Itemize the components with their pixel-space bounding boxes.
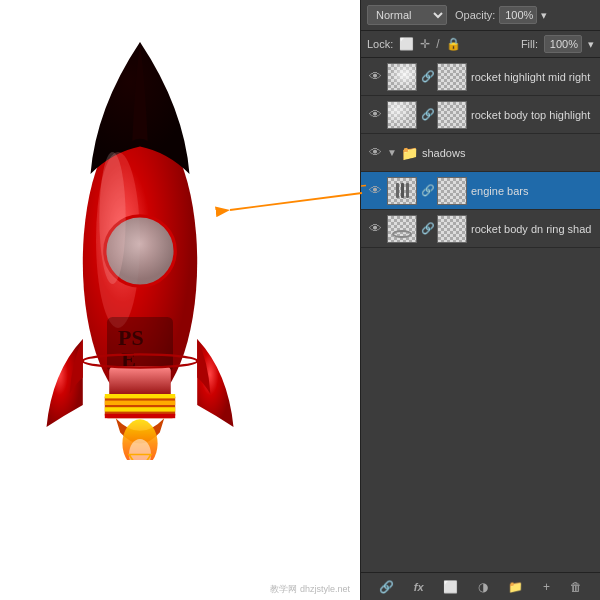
layer-row-shadows-group[interactable]: 👁 ▼ 📁 shadows xyxy=(361,134,600,172)
svg-rect-12 xyxy=(105,414,175,418)
lock-position-icon[interactable]: ✛ xyxy=(420,37,430,51)
watermark: 教学网 dhzjstyle.net xyxy=(270,583,350,596)
layer-thumbnail xyxy=(387,63,417,91)
blend-mode-select[interactable]: Normal xyxy=(367,5,447,25)
lock-all-icon[interactable]: 🔒 xyxy=(446,37,461,51)
layer-row-ring-shadow[interactable]: 👁 🔗 rocket body dn ring shad xyxy=(361,210,600,248)
fx-icon[interactable]: fx xyxy=(414,581,424,593)
opacity-label: Opacity: xyxy=(455,9,495,21)
visibility-eye-icon-3[interactable]: 👁 xyxy=(367,145,383,160)
layer-row-highlight-mid[interactable]: 👁 🔗 rocket highlight mid right xyxy=(361,58,600,96)
visibility-eye-icon[interactable]: 👁 xyxy=(367,69,383,84)
layer-name-body-highlight: rocket body top highlight xyxy=(471,109,594,121)
layer-row-body-highlight[interactable]: 👁 🔗 rocket body top highlight xyxy=(361,96,600,134)
fill-unit: ▾ xyxy=(588,38,594,51)
layers-panel: Normal Opacity: ▾ Lock: ⬜ ✛ / 🔒 Fill: ▾ … xyxy=(360,0,600,600)
layer-thumbnail-2 xyxy=(387,101,417,129)
visibility-eye-icon-2[interactable]: 👁 xyxy=(367,107,383,122)
layer-thumbnail-3 xyxy=(387,177,417,205)
expand-triangle-icon[interactable]: ▼ xyxy=(387,147,397,158)
lock-label: Lock: xyxy=(367,38,393,50)
lock-pixels-icon[interactable]: ⬜ xyxy=(399,37,414,51)
group-folder-icon: 📁 xyxy=(401,145,418,161)
layer-name-shadows: shadows xyxy=(422,147,594,159)
layer-panel-toolbar: 🔗 fx ⬜ ◑ 📁 + 🗑 xyxy=(361,572,600,600)
layer-mask-thumbnail-4 xyxy=(437,215,467,243)
lock-bar: Lock: ⬜ ✛ / 🔒 Fill: ▾ xyxy=(361,31,600,58)
new-group-icon[interactable]: 📁 xyxy=(508,580,523,594)
fill-label: Fill: xyxy=(521,38,538,50)
link-chain-icon: 🔗 xyxy=(421,70,433,83)
link-chain-icon-2: 🔗 xyxy=(421,108,433,121)
svg-rect-9 xyxy=(105,394,175,398)
opacity-unit: ▾ xyxy=(541,9,547,22)
link-chain-icon-4: 🔗 xyxy=(421,222,433,235)
rocket-illustration: PS E xyxy=(30,20,310,580)
svg-rect-11 xyxy=(105,407,175,411)
blend-mode-bar: Normal Opacity: ▾ xyxy=(361,0,600,31)
delete-layer-icon[interactable]: 🗑 xyxy=(570,580,582,594)
layer-thumbnail-4 xyxy=(387,215,417,243)
new-layer-icon[interactable]: + xyxy=(543,580,550,594)
visibility-eye-icon-4[interactable]: 👁 xyxy=(367,183,383,198)
lock-gradient-icon[interactable]: / xyxy=(436,37,439,51)
add-mask-icon[interactable]: ⬜ xyxy=(443,580,458,594)
svg-rect-10 xyxy=(105,401,175,405)
opacity-input[interactable] xyxy=(499,6,537,24)
layer-mask-thumbnail-3 xyxy=(437,177,467,205)
visibility-eye-icon-5[interactable]: 👁 xyxy=(367,221,383,236)
svg-point-15 xyxy=(99,152,125,284)
adjustment-icon[interactable]: ◑ xyxy=(478,580,488,594)
fill-input[interactable] xyxy=(544,35,582,53)
layer-name-highlight-mid: rocket highlight mid right xyxy=(471,71,594,83)
canvas-area: PS E xyxy=(0,0,360,600)
layer-name-ring-shadow: rocket body dn ring shad xyxy=(471,223,594,235)
link-chain-icon-3: 🔗 xyxy=(421,184,433,197)
layer-row-engine-bars[interactable]: 👁 🔗 engine bars xyxy=(361,172,600,210)
layer-mask-thumbnail-2 xyxy=(437,101,467,129)
layer-mask-thumbnail xyxy=(437,63,467,91)
link-layers-icon[interactable]: 🔗 xyxy=(379,580,394,594)
layer-name-engine-bars: engine bars xyxy=(471,185,594,197)
